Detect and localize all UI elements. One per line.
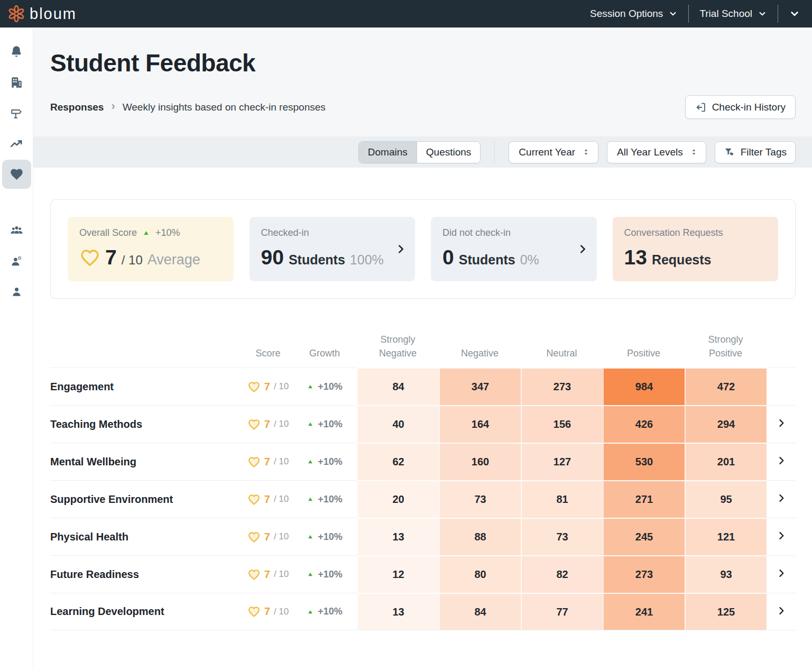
- heart-outline-icon: [79, 247, 100, 268]
- card-value: 7: [105, 247, 117, 268]
- session-options-menu[interactable]: Session Options: [590, 8, 678, 20]
- sidebar-item-notifications[interactable]: [2, 37, 31, 66]
- filter-tags-button[interactable]: Filter Tags: [715, 141, 796, 163]
- growth-cell: +10%: [292, 518, 357, 555]
- bell-icon: [10, 45, 23, 59]
- score-cell: 7/ 10: [244, 480, 292, 518]
- year-select[interactable]: Current Year: [509, 141, 598, 163]
- table-row: Physical Health7/ 10+10%138873245121: [50, 518, 796, 555]
- card-growth: +10%: [155, 227, 180, 238]
- navbar-divider: [778, 5, 778, 23]
- card-percent: 100%: [350, 252, 384, 268]
- growth-value: +10%: [318, 531, 343, 543]
- checkin-history-button[interactable]: Check-in History: [685, 95, 796, 119]
- sidebar-item-student-feedback[interactable]: [2, 160, 31, 189]
- positive-count: 273: [603, 555, 685, 593]
- column-header-positive: Positive: [603, 333, 685, 368]
- bloum-logo-flower-icon: [7, 5, 25, 23]
- heart-score-icon: [247, 455, 261, 469]
- domain-label: Engagement: [50, 368, 244, 405]
- positive-count: 241: [603, 593, 685, 630]
- summary-cards-panel: Overall Score+10%7/ 10AverageChecked-in9…: [50, 199, 796, 299]
- table-header-row: ScoreGrowthStrongly NegativeNegativeNeut…: [50, 333, 796, 368]
- strongly-positive-count: 95: [685, 480, 767, 518]
- chevron-right-icon[interactable]: [395, 243, 407, 255]
- row-expand-cell: [767, 368, 796, 405]
- tab-domains[interactable]: Domains: [359, 142, 417, 163]
- chevron-right-icon[interactable]: [776, 530, 787, 541]
- column-header-score: Score: [244, 333, 292, 368]
- score-denominator: / 10: [274, 607, 289, 617]
- sidebar-item-add-person[interactable]: [2, 246, 31, 276]
- card-label: Overall Score: [79, 227, 137, 238]
- signpost-icon: [10, 106, 23, 120]
- breadcrumb: Responses › Weekly insights based on che…: [50, 102, 326, 113]
- chevron-down-icon: [789, 8, 800, 20]
- row-expand-cell[interactable]: [767, 405, 796, 443]
- school-switcher[interactable]: Trial School: [699, 8, 767, 20]
- sort-arrows-icon: [689, 148, 698, 157]
- sidebar-item-profile[interactable]: [2, 277, 31, 306]
- strongly-positive-count: 121: [685, 518, 767, 555]
- chevron-right-icon[interactable]: [776, 568, 787, 579]
- card-value: 0: [442, 247, 454, 268]
- column-header-strongly-negative: Strongly Negative: [357, 333, 439, 368]
- strongly-negative-count: 12: [357, 555, 439, 593]
- year-level-select[interactable]: All Year Levels: [607, 141, 706, 163]
- positive-count: 245: [603, 518, 685, 555]
- row-expand-cell[interactable]: [767, 555, 796, 593]
- negative-count: 347: [439, 368, 521, 405]
- sidebar-item-signpost[interactable]: [2, 98, 31, 127]
- heart-score-icon: [247, 418, 261, 431]
- column-header-growth: Growth: [292, 333, 357, 368]
- strongly-negative-count: 13: [357, 518, 439, 555]
- heart-score-icon: [247, 605, 261, 618]
- row-expand-cell[interactable]: [767, 518, 796, 555]
- breadcrumb-section[interactable]: Responses: [50, 102, 104, 113]
- chevron-down-icon: [668, 9, 678, 19]
- row-expand-cell[interactable]: [767, 593, 796, 630]
- growth-up-icon: [307, 420, 314, 428]
- card-label: Did not check-in: [442, 227, 511, 238]
- table-row: Future Readiness7/ 10+10%12808227393: [50, 555, 796, 593]
- strongly-negative-count: 20: [357, 480, 439, 518]
- summary-card-checked-in[interactable]: Checked-in90Students100%: [250, 217, 416, 281]
- tab-questions[interactable]: Questions: [417, 142, 481, 163]
- score-denominator: / 10: [274, 494, 289, 504]
- card-suffix: Average: [147, 252, 200, 268]
- sidebar-item-analytics[interactable]: [2, 129, 31, 158]
- chevron-right-icon[interactable]: [776, 605, 787, 616]
- score-denominator: / 10: [274, 569, 289, 580]
- card-unit: Students: [459, 252, 515, 268]
- negative-count: 88: [439, 518, 521, 555]
- row-expand-cell[interactable]: [767, 443, 796, 480]
- score-value: 7: [264, 605, 270, 618]
- row-expand-cell[interactable]: [767, 480, 796, 518]
- sidebar-item-groups[interactable]: [2, 216, 31, 245]
- strongly-positive-count: 93: [685, 555, 767, 593]
- filters-toolbar: Domains Questions Current Year All Year …: [33, 136, 812, 168]
- negative-count: 73: [439, 480, 521, 518]
- positive-count: 271: [603, 480, 685, 518]
- positive-count: 530: [603, 443, 685, 480]
- chevron-right-icon[interactable]: [577, 243, 588, 255]
- page-title: Student Feedback: [50, 49, 796, 77]
- score-denominator: / 10: [274, 419, 289, 429]
- account-menu-toggle[interactable]: [789, 8, 800, 20]
- sidebar-item-school[interactable]: [2, 68, 31, 97]
- growth-up-icon: [307, 383, 314, 390]
- summary-card-did-not-check-in[interactable]: Did not check-in0Students0%: [431, 217, 597, 281]
- chevron-right-icon[interactable]: [776, 455, 787, 466]
- users-icon: [10, 223, 24, 237]
- strongly-negative-count: 84: [357, 368, 439, 405]
- neutral-count: 127: [521, 443, 603, 480]
- chevron-right-icon[interactable]: [776, 418, 787, 428]
- building-icon: [10, 76, 23, 89]
- checkin-history-icon: [695, 102, 707, 113]
- growth-cell: +10%: [292, 593, 357, 630]
- card-label: Conversation Requests: [624, 227, 723, 238]
- score-value: 7: [264, 418, 270, 430]
- growth-cell: +10%: [292, 368, 357, 405]
- neutral-count: 273: [521, 368, 603, 405]
- chevron-right-icon[interactable]: [776, 493, 787, 503]
